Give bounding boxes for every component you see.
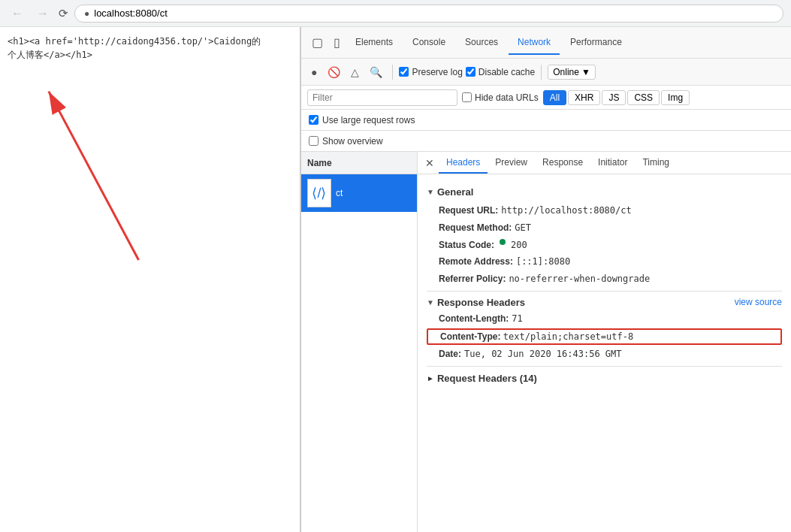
filter-js-button[interactable]: JS bbox=[602, 90, 626, 105]
url-text: localhost:8080/ct bbox=[94, 8, 168, 19]
options-row-2: Show overview bbox=[301, 131, 791, 152]
details-panel: ✕ Headers Preview Response Initiator Tim… bbox=[418, 152, 791, 532]
tab-sources[interactable]: Sources bbox=[456, 31, 507, 55]
network-content: Name ⟨/⟩ ct ✕ Headers Preview Response bbox=[301, 152, 791, 532]
hide-data-urls-label[interactable]: Hide data URLs bbox=[462, 92, 539, 103]
options-row-1: Use large request rows bbox=[301, 110, 791, 131]
address-bar[interactable]: ● localhost:8080/ct bbox=[74, 5, 783, 23]
view-source-link[interactable]: view source bbox=[735, 297, 782, 307]
source-line-2: 个人博客</a></h1> bbox=[8, 48, 292, 62]
status-code-row: Status Code: 200 bbox=[427, 237, 782, 254]
request-url-row: Request URL: http://localhost:8080/ct bbox=[427, 202, 782, 219]
forward-button[interactable]: → bbox=[33, 5, 53, 22]
request-item-ct[interactable]: ⟨/⟩ ct bbox=[301, 174, 417, 212]
filter-img-button[interactable]: Img bbox=[661, 90, 690, 105]
headers-content: ▼ General Request URL: http://localhost:… bbox=[418, 174, 791, 532]
details-tab-preview[interactable]: Preview bbox=[488, 153, 535, 174]
request-headers-toggle-icon: ► bbox=[427, 374, 434, 382]
inspect-element-button[interactable]: ▢ bbox=[307, 32, 328, 53]
tab-network[interactable]: Network bbox=[509, 31, 560, 55]
device-toggle-button[interactable]: ▯ bbox=[329, 32, 345, 53]
page-source: <h1><a href='http://caidong4356.top/'>Ca… bbox=[8, 35, 292, 62]
network-toolbar: ● 🚫 △ 🔍 Preserve log Disable cache Onlin… bbox=[301, 59, 791, 86]
devtools-panel: ▢ ▯ Elements Console Sources Network Per… bbox=[300, 27, 791, 532]
separator-1 bbox=[427, 291, 782, 292]
tab-console[interactable]: Console bbox=[403, 31, 454, 55]
request-list-header: Name bbox=[301, 152, 417, 174]
preserve-log-checkbox[interactable]: Preserve log bbox=[399, 67, 462, 77]
large-rows-checkbox[interactable]: Use large request rows bbox=[309, 115, 415, 125]
remote-address-row: Remote Address: [::1]:8080 bbox=[427, 253, 782, 271]
record-button[interactable]: ● bbox=[307, 64, 321, 80]
filter-xhr-button[interactable]: XHR bbox=[568, 90, 600, 105]
status-dot bbox=[500, 239, 506, 245]
online-dropdown[interactable]: Online ▼ bbox=[548, 65, 596, 80]
main-layout: <h1><a href='http://caidong4356.top/'>Ca… bbox=[0, 27, 791, 532]
red-arrow bbox=[0, 27, 300, 532]
disable-cache-checkbox[interactable]: Disable cache bbox=[466, 67, 535, 77]
date-row: Date: Tue, 02 Jun 2020 16:43:56 GMT bbox=[427, 346, 782, 363]
show-overview-checkbox[interactable]: Show overview bbox=[309, 136, 383, 147]
stop-button[interactable]: 🚫 bbox=[324, 64, 344, 80]
details-tab-initiator[interactable]: Initiator bbox=[590, 153, 635, 174]
filter-row: Hide data URLs All XHR JS CSS Img bbox=[301, 86, 791, 110]
referrer-policy-row: Referrer Policy: no-referrer-when-downgr… bbox=[427, 271, 782, 288]
toolbar-divider-2 bbox=[541, 65, 542, 80]
close-details-button[interactable]: ✕ bbox=[421, 156, 439, 171]
response-headers-header[interactable]: ▼ Response Headers bbox=[427, 297, 525, 308]
general-toggle-icon: ▼ bbox=[427, 188, 434, 196]
details-tab-timing[interactable]: Timing bbox=[635, 153, 677, 174]
details-tab-headers[interactable]: Headers bbox=[439, 153, 488, 174]
request-file-icon: ⟨/⟩ bbox=[307, 179, 331, 207]
request-list: Name ⟨/⟩ ct bbox=[301, 152, 418, 532]
browser-bar: ← → ⟳ ● localhost:8080/ct bbox=[0, 0, 791, 27]
svg-line-1 bbox=[49, 92, 139, 260]
request-name: ct bbox=[336, 188, 343, 198]
search-button[interactable]: 🔍 bbox=[366, 64, 386, 80]
response-headers-section: ▼ Response Headers view source bbox=[427, 295, 782, 310]
tab-elements[interactable]: Elements bbox=[346, 31, 402, 55]
page-content: <h1><a href='http://caidong4356.top/'>Ca… bbox=[0, 27, 300, 532]
filter-type-group: All XHR JS CSS Img bbox=[543, 90, 690, 105]
devtools-tabs: ▢ ▯ Elements Console Sources Network Per… bbox=[301, 27, 791, 59]
request-method-row: Request Method: GET bbox=[427, 219, 782, 237]
filter-all-button[interactable]: All bbox=[543, 90, 566, 105]
response-headers-toggle-icon: ▼ bbox=[427, 298, 434, 307]
toolbar-divider-1 bbox=[392, 65, 393, 80]
back-button[interactable]: ← bbox=[8, 5, 27, 22]
reload-button[interactable]: ⟳ bbox=[59, 7, 68, 20]
filter-button[interactable]: △ bbox=[347, 64, 363, 80]
filter-css-button[interactable]: CSS bbox=[627, 90, 660, 105]
details-tab-response[interactable]: Response bbox=[535, 153, 590, 174]
tab-performance[interactable]: Performance bbox=[561, 31, 631, 55]
general-section-header[interactable]: ▼ General bbox=[427, 186, 782, 198]
request-headers-collapsed[interactable]: ► Request Headers (14) bbox=[427, 370, 782, 387]
content-type-row: Content-Type: text/plain;charset=utf-8 bbox=[427, 328, 782, 345]
lock-icon: ● bbox=[84, 8, 89, 19]
source-line-1: <h1><a href='http://caidong4356.top/'>Ca… bbox=[8, 35, 292, 48]
separator-2 bbox=[427, 366, 782, 367]
chevron-down-icon: ▼ bbox=[581, 67, 590, 77]
filter-input[interactable] bbox=[307, 89, 457, 106]
details-tabs: ✕ Headers Preview Response Initiator Tim… bbox=[418, 152, 791, 174]
content-length-row: Content-Length: 71 bbox=[427, 310, 782, 328]
